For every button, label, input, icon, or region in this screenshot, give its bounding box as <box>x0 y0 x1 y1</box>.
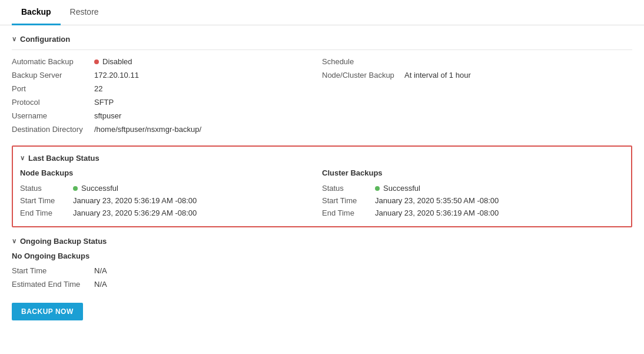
cluster-end-time-value: January 23, 2020 5:36:19 AM -08:00 <box>375 209 499 217</box>
ongoing-backup-status-header: ∨ Ongoing Backup Status <box>12 237 632 246</box>
node-backups-col: Node Backups Status Successful Start Tim… <box>20 168 322 219</box>
node-end-time-row: End Time January 23, 2020 5:36:29 AM -08… <box>20 207 322 219</box>
automatic-backup-label: Automatic Backup <box>12 57 94 66</box>
backup-server-row: Backup Server 172.20.10.11 <box>12 68 322 82</box>
node-status-label: Status <box>20 184 73 193</box>
main-content: ∨ Configuration Automatic Backup Disable… <box>0 25 644 330</box>
destination-directory-value: /home/sftpuser/nsxmgr-backup/ <box>94 125 201 134</box>
ongoing-estimated-end-time-value: N/A <box>94 280 107 289</box>
node-status-row: Status Successful <box>20 182 322 194</box>
cluster-status-row: Status Successful <box>322 182 624 194</box>
disabled-dot <box>94 59 99 64</box>
ongoing-estimated-end-time-label: Estimated End Time <box>12 280 94 289</box>
configuration-section: ∨ Configuration Automatic Backup Disable… <box>12 35 632 136</box>
node-end-time-label: End Time <box>20 209 73 217</box>
cluster-end-time-row: End Time January 23, 2020 5:36:19 AM -08… <box>322 207 624 219</box>
backup-server-label: Backup Server <box>12 71 94 80</box>
node-cluster-backup-value: At interval of 1 hour <box>404 71 471 80</box>
ongoing-start-time-value: N/A <box>94 266 107 275</box>
backup-columns: Node Backups Status Successful Start Tim… <box>20 168 624 219</box>
destination-directory-row: Destination Directory /home/sftpuser/nsx… <box>12 123 322 136</box>
cluster-start-time-value: January 23, 2020 5:35:50 AM -08:00 <box>375 196 499 205</box>
tab-backup[interactable]: Backup <box>12 0 61 25</box>
no-ongoing-label: No Ongoing Backups <box>12 252 632 260</box>
last-backup-status-header: ∨ Last Backup Status <box>20 154 624 163</box>
node-cluster-backup-row: Node/Cluster Backup At interval of 1 hou… <box>322 68 632 82</box>
last-backup-chevron: ∨ <box>20 154 25 162</box>
node-backups-title: Node Backups <box>20 168 322 177</box>
schedule-label: Schedule <box>322 57 404 66</box>
username-row: Username sftpuser <box>12 109 322 123</box>
node-start-time-label: Start Time <box>20 196 73 205</box>
ongoing-backup-title: Ongoing Backup Status <box>20 237 107 246</box>
ongoing-start-time-label: Start Time <box>12 266 94 275</box>
protocol-value: SFTP <box>94 98 114 107</box>
config-left-col: Automatic Backup Disabled Backup Server … <box>12 55 322 136</box>
configuration-chevron: ∨ <box>12 35 16 43</box>
node-status-value: Successful <box>73 184 118 193</box>
cluster-backups-title: Cluster Backups <box>322 168 624 177</box>
backup-server-value: 172.20.10.11 <box>94 71 139 80</box>
configuration-grid: Automatic Backup Disabled Backup Server … <box>12 55 632 136</box>
tab-bar: Backup Restore <box>0 0 644 25</box>
backup-now-button[interactable]: BACKUP NOW <box>12 303 83 320</box>
port-value: 22 <box>94 84 102 93</box>
automatic-backup-row: Automatic Backup Disabled <box>12 55 322 68</box>
cluster-end-time-label: End Time <box>322 209 375 217</box>
cluster-status-value: Successful <box>375 184 420 193</box>
last-backup-title: Last Backup Status <box>28 154 99 163</box>
ongoing-backup-status-section: ∨ Ongoing Backup Status No Ongoing Backu… <box>12 237 632 291</box>
ongoing-backup-chevron: ∨ <box>12 237 16 245</box>
port-row: Port 22 <box>12 82 322 95</box>
schedule-row: Schedule <box>322 55 632 68</box>
cluster-start-time-label: Start Time <box>322 196 375 205</box>
cluster-status-dot <box>375 186 380 191</box>
node-cluster-backup-label: Node/Cluster Backup <box>322 71 404 80</box>
config-right-col: Schedule Node/Cluster Backup At interval… <box>322 55 632 136</box>
node-status-dot <box>73 186 78 191</box>
node-start-time-row: Start Time January 23, 2020 5:36:19 AM -… <box>20 194 322 207</box>
protocol-row: Protocol SFTP <box>12 95 322 109</box>
username-value: sftpuser <box>94 111 121 120</box>
node-end-time-value: January 23, 2020 5:36:29 AM -08:00 <box>73 209 197 217</box>
automatic-backup-value: Disabled <box>94 57 132 66</box>
node-start-time-value: January 23, 2020 5:36:19 AM -08:00 <box>73 196 197 205</box>
cluster-backups-col: Cluster Backups Status Successful Start … <box>322 168 624 219</box>
protocol-label: Protocol <box>12 98 94 107</box>
ongoing-estimated-end-time-row: Estimated End Time N/A <box>12 277 632 291</box>
last-backup-status-section: ∨ Last Backup Status Node Backups Status… <box>12 145 632 227</box>
ongoing-start-time-row: Start Time N/A <box>12 264 632 277</box>
cluster-start-time-row: Start Time January 23, 2020 5:35:50 AM -… <box>322 194 624 207</box>
port-label: Port <box>12 84 94 93</box>
cluster-status-label: Status <box>322 184 375 193</box>
configuration-header: ∨ Configuration <box>12 35 632 44</box>
destination-directory-label: Destination Directory <box>12 125 94 134</box>
tab-restore[interactable]: Restore <box>61 0 108 25</box>
username-label: Username <box>12 111 94 120</box>
configuration-title: Configuration <box>20 35 70 44</box>
